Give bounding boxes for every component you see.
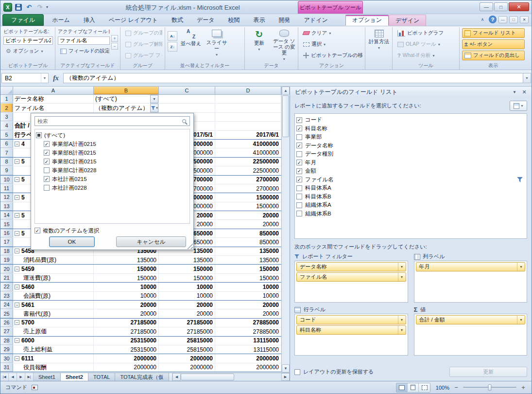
collapse-button[interactable]: − bbox=[15, 177, 19, 182]
filter-list-item-5[interactable]: 本社計画0215 bbox=[36, 175, 189, 183]
row-header-6[interactable]: 6 bbox=[0, 140, 13, 148]
row-header-29[interactable]: 29 bbox=[0, 345, 13, 354]
zoom-level[interactable]: 100% bbox=[434, 385, 449, 391]
cell-D13[interactable]: 1500000 bbox=[215, 202, 281, 211]
cell-B30[interactable]: 2000000 bbox=[94, 354, 159, 362]
cell-A31[interactable]: 役員報酬 bbox=[13, 363, 94, 372]
item-checkbox[interactable] bbox=[44, 159, 50, 164]
field-list-item-8[interactable]: 科目体系A bbox=[296, 184, 525, 193]
collapse-button[interactable]: − bbox=[15, 267, 19, 271]
cell-B31[interactable]: 2000000 bbox=[94, 363, 159, 372]
row-header-10[interactable]: 10 bbox=[0, 176, 13, 184]
zoom-out-button[interactable]: − bbox=[453, 384, 460, 392]
cell-A30[interactable]: −6111 bbox=[13, 354, 94, 362]
row-header-16[interactable]: 16 bbox=[0, 229, 13, 237]
help-icon[interactable]: ? bbox=[489, 16, 497, 23]
field-checkbox[interactable] bbox=[296, 185, 302, 191]
tab-add-ins[interactable]: アドイン bbox=[297, 15, 335, 26]
row-header-20[interactable]: 20 bbox=[0, 265, 13, 273]
redo-button[interactable] bbox=[35, 3, 44, 12]
vertical-scroll-thumb[interactable] bbox=[282, 95, 289, 137]
scroll-right-icon[interactable]: ▶ bbox=[281, 373, 290, 381]
sheet-tab-2[interactable]: TOTAL bbox=[88, 373, 115, 381]
field-list-item-2[interactable]: 事業部 bbox=[296, 133, 525, 142]
cell-B24[interactable]: 20000 bbox=[94, 301, 159, 309]
panel-close-icon[interactable]: ✕ bbox=[519, 88, 529, 96]
name-box[interactable]: B2▼ bbox=[1, 73, 49, 83]
cell-B23[interactable]: 10000 bbox=[94, 292, 159, 300]
cell-D3[interactable] bbox=[215, 113, 281, 121]
cell-D26[interactable]: 27885000 bbox=[215, 319, 281, 327]
field-settings-button[interactable]: フィールドの設定 bbox=[58, 46, 110, 56]
field-checkbox[interactable] bbox=[296, 117, 302, 123]
row-header-15[interactable]: 15 bbox=[0, 220, 13, 228]
cell-B20[interactable]: 150000 bbox=[94, 265, 159, 273]
zoom-slider[interactable] bbox=[463, 387, 516, 388]
cell-D20[interactable]: 150000 bbox=[215, 265, 281, 273]
cell-A2[interactable]: ファイル名 bbox=[13, 104, 94, 112]
ungroup-button[interactable]: グループ解除 bbox=[123, 39, 163, 49]
row-header-24[interactable]: 24 bbox=[0, 301, 13, 309]
row-header-1[interactable]: 1 bbox=[0, 95, 13, 103]
sort-ascending-icon[interactable] bbox=[168, 31, 177, 41]
cancel-button[interactable]: キャンセル bbox=[116, 236, 186, 247]
collapse-button[interactable]: − bbox=[15, 338, 19, 343]
cell-D25[interactable]: 20000 bbox=[215, 309, 281, 318]
row-header-4[interactable]: 4 bbox=[0, 122, 13, 130]
field-list-item-10[interactable]: 組織体系A bbox=[296, 201, 525, 210]
vertical-scroll-track[interactable] bbox=[282, 138, 290, 364]
macro-record-icon[interactable] bbox=[32, 385, 38, 390]
cell-A1[interactable]: データ名称 bbox=[13, 95, 94, 103]
maximize-button[interactable]: □ bbox=[494, 2, 508, 11]
qat-customize-icon[interactable]: ▾ bbox=[46, 5, 48, 9]
cell-D30[interactable]: 2000000 bbox=[215, 354, 281, 362]
cell-D11[interactable]: 2700000 bbox=[215, 184, 281, 193]
row-header-2[interactable]: 2 bbox=[0, 104, 13, 112]
field-checkbox[interactable] bbox=[296, 143, 302, 148]
cell-D4[interactable] bbox=[215, 122, 281, 130]
cell-A29[interactable]: 売上総利益 bbox=[13, 345, 94, 354]
field-list-toggle-button[interactable]: フィールド リスト bbox=[462, 28, 525, 38]
field-checkbox[interactable] bbox=[296, 160, 302, 165]
field-list-item-5[interactable]: 年月 bbox=[296, 159, 525, 167]
cell-A24[interactable]: −5461 bbox=[13, 301, 94, 309]
sort-button[interactable]: 並べ替え bbox=[179, 28, 203, 62]
cell-A19[interactable]: 消耗品費(原) bbox=[13, 256, 94, 264]
field-list-item-9[interactable]: 科目体系B bbox=[296, 193, 525, 201]
panel-options-icon[interactable]: ▼ bbox=[510, 88, 519, 96]
olap-tools-button[interactable]: OLAP ツール▾ bbox=[395, 39, 457, 49]
cell-A25[interactable]: 書籍代(原) bbox=[13, 309, 94, 318]
cell-B21[interactable]: 150000 bbox=[94, 274, 159, 282]
collapse-button[interactable]: − bbox=[15, 213, 19, 218]
item-checkbox[interactable] bbox=[44, 167, 50, 173]
tab-page-layout[interactable]: ページ レイアウト bbox=[102, 15, 165, 26]
row-header-9[interactable]: 9 bbox=[0, 166, 13, 175]
filter-list-item-0[interactable]: (すべて) bbox=[36, 131, 189, 140]
cell-B19[interactable]: 135000 bbox=[94, 256, 159, 264]
tab-split-handle[interactable] bbox=[169, 373, 172, 381]
row-header-18[interactable]: 18 bbox=[0, 247, 13, 255]
undo-button[interactable] bbox=[25, 3, 34, 12]
cell-C30[interactable]: 2000000 bbox=[159, 354, 215, 362]
cell-D10[interactable]: 2700000 bbox=[215, 176, 281, 184]
row-header-11[interactable]: 11 bbox=[0, 184, 13, 193]
row-header-22[interactable]: 22 bbox=[0, 283, 13, 291]
group-field-button[interactable]: グループ フィールド bbox=[123, 51, 163, 60]
cell-D31[interactable]: 2000000 bbox=[215, 363, 281, 372]
expand-field-button[interactable] bbox=[111, 35, 118, 42]
excel-app-icon[interactable]: X bbox=[3, 3, 12, 12]
column-header-C[interactable]: C bbox=[159, 87, 215, 95]
plus-minus-buttons-toggle[interactable]: +/- ボタン bbox=[462, 39, 525, 49]
row-header-19[interactable]: 19 bbox=[0, 256, 13, 264]
row-header-7[interactable]: 7 bbox=[0, 148, 13, 157]
cell-D17[interactable]: 850000 bbox=[215, 238, 281, 246]
active-field-input[interactable] bbox=[58, 36, 110, 45]
row-header-27[interactable]: 27 bbox=[0, 327, 13, 336]
cell-B26[interactable]: 27185000 bbox=[94, 319, 159, 327]
vertical-scrollbar[interactable]: ▲ ▼ bbox=[281, 87, 290, 373]
cell-C23[interactable]: 10000 bbox=[159, 292, 215, 300]
cell-B27[interactable]: 27185000 bbox=[94, 327, 159, 336]
filter-list-item-2[interactable]: 事業部B計画0215 bbox=[36, 148, 189, 157]
cell-C1[interactable] bbox=[159, 95, 215, 103]
filter-list-item-6[interactable]: 本社計画0228 bbox=[36, 183, 189, 192]
